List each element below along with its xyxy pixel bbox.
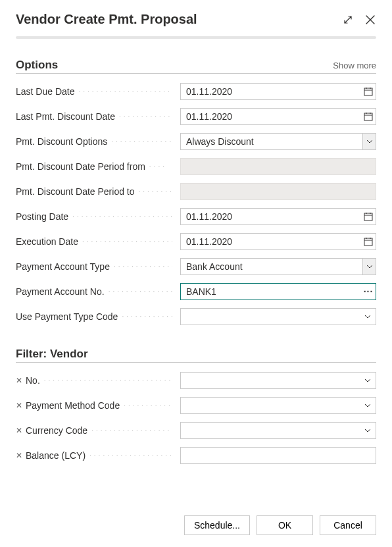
field-filter-currency-code: ✕ Currency Code ························… [16, 422, 376, 439]
label-filter-payment-method-code: Payment Method Code [26, 400, 120, 411]
remove-filter-icon[interactable]: ✕ [16, 401, 22, 410]
section-divider [16, 362, 376, 363]
section-divider [16, 73, 376, 74]
calendar-icon[interactable] [360, 108, 376, 125]
header-icons [342, 14, 376, 26]
label-execution-date: Execution Date [16, 236, 78, 247]
select-use-payment-type-code[interactable] [180, 308, 376, 325]
calendar-icon[interactable] [360, 233, 376, 250]
input-pmt-discount-date-from [180, 158, 376, 175]
field-payment-account-no: Payment Account No. ····················… [16, 283, 376, 300]
input-posting-date[interactable] [180, 208, 376, 225]
svg-rect-12 [364, 238, 372, 246]
label-use-payment-type-code: Use Payment Type Code [16, 311, 118, 322]
dialog-header: Vendor Create Pmt. Proposal [0, 0, 392, 36]
field-posting-date: Posting Date ···························… [16, 208, 376, 225]
chevron-down-icon[interactable] [360, 372, 376, 389]
schedule-button[interactable]: Schedule... [184, 515, 250, 535]
cancel-button[interactable]: Cancel [320, 515, 376, 535]
label-filter-currency-code: Currency Code [26, 425, 87, 436]
chevron-down-icon[interactable] [360, 422, 376, 439]
field-pmt-discount-date-to: Pmt. Discount Date Period to ··········· [16, 183, 376, 200]
input-last-pmt-discount-date[interactable] [180, 108, 376, 125]
chevron-down-icon[interactable] [360, 308, 376, 325]
remove-filter-icon[interactable]: ✕ [16, 376, 22, 385]
field-last-due-date: Last Due Date ··························… [16, 83, 376, 100]
svg-rect-8 [364, 213, 372, 221]
calendar-icon[interactable] [360, 83, 376, 100]
remove-filter-icon[interactable]: ✕ [16, 426, 22, 435]
label-pmt-discount-options: Pmt. Discount Options [16, 136, 107, 147]
svg-rect-0 [364, 88, 372, 95]
select-pmt-discount-options[interactable]: Always Discount [180, 133, 376, 150]
dialog-title: Vendor Create Pmt. Proposal [16, 12, 342, 27]
select-filter-currency-code[interactable] [180, 422, 376, 439]
input-last-due-date[interactable] [180, 83, 376, 100]
expand-icon[interactable] [342, 14, 354, 26]
scroll-area[interactable]: Options Show more Last Due Date ········… [0, 44, 392, 506]
header-divider [16, 36, 376, 39]
field-filter-no: ✕ No. ····························· [16, 372, 376, 389]
label-filter-balance-lcy: Balance (LCY) [26, 450, 86, 461]
section-header-options: Options Show more [16, 59, 376, 72]
select-payment-account-type[interactable]: Bank Account [180, 258, 376, 275]
svg-rect-4 [364, 113, 372, 120]
label-pmt-discount-date-to: Pmt. Discount Date Period to [16, 186, 135, 197]
show-more-link[interactable]: Show more [333, 61, 376, 70]
label-last-due-date: Last Due Date [16, 86, 75, 97]
ok-button[interactable]: OK [257, 515, 313, 535]
input-execution-date[interactable] [180, 233, 376, 250]
calendar-icon[interactable] [360, 208, 376, 225]
label-payment-account-no: Payment Account No. [16, 286, 105, 297]
section-title-options: Options [16, 59, 333, 72]
dialog: Vendor Create Pmt. Proposal Options Show… [0, 0, 392, 547]
chevron-down-icon[interactable] [362, 134, 376, 149]
input-filter-balance-lcy[interactable] [180, 447, 376, 464]
field-pmt-discount-options: Pmt. Discount Options ··················… [16, 133, 376, 150]
lookup-icon[interactable]: ··· [360, 283, 376, 300]
label-payment-account-type: Payment Account Type [16, 261, 110, 272]
label-last-pmt-discount-date: Last Pmt. Discount Date [16, 111, 115, 122]
chevron-down-icon[interactable] [360, 397, 376, 414]
field-payment-account-type: Payment Account Type ···················… [16, 258, 376, 275]
input-pmt-discount-date-to [180, 183, 376, 200]
select-filter-no[interactable] [180, 372, 376, 389]
select-filter-payment-method-code[interactable] [180, 397, 376, 414]
label-filter-no: No. [26, 375, 40, 386]
field-pmt-discount-date-from: Pmt. Discount Date Period from ···· [16, 158, 376, 175]
input-payment-account-no[interactable] [180, 283, 376, 300]
field-use-payment-type-code: Use Payment Type Code ··················… [16, 308, 376, 325]
field-filter-payment-method-code: ✕ Payment Method Code ··················… [16, 397, 376, 414]
close-icon[interactable] [364, 14, 376, 26]
dialog-footer: Schedule... OK Cancel [0, 506, 392, 547]
section-header-filter-vendor: Filter: Vendor [16, 348, 376, 361]
section-title-filter-vendor: Filter: Vendor [16, 348, 376, 361]
label-posting-date: Posting Date [16, 211, 68, 222]
label-pmt-discount-date-from: Pmt. Discount Date Period from [16, 161, 145, 172]
field-execution-date: Execution Date ·························… [16, 233, 376, 250]
field-last-pmt-discount-date: Last Pmt. Discount Date ················… [16, 108, 376, 125]
chevron-down-icon[interactable] [362, 259, 376, 274]
remove-filter-icon[interactable]: ✕ [16, 451, 22, 460]
field-filter-balance-lcy: ✕ Balance (LCY) ························… [16, 447, 376, 464]
